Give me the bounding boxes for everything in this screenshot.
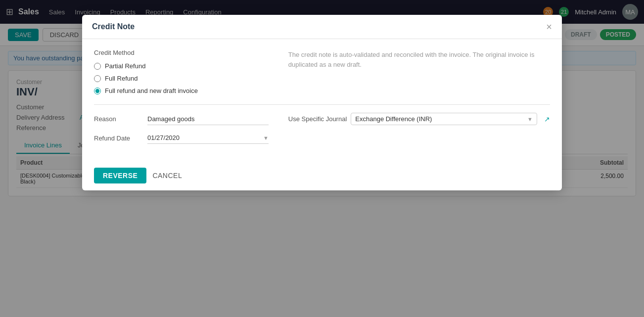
modal-title: Credit Note [92,22,135,31]
reason-input[interactable] [147,113,269,125]
cancel-button[interactable]: CANCEL [152,172,182,180]
radio-full-label: Full Refund [105,75,138,82]
refund-date-input[interactable] [147,132,263,143]
radio-partial-refund[interactable]: Partial Refund [94,62,269,70]
journal-select-value: Exchange Difference (INR) [355,115,527,123]
credit-method-label: Credit Method [94,49,269,56]
journal-label: Use Specific Journal [288,115,347,123]
radio-full-refund[interactable]: Full Refund [94,75,269,82]
journal-external-link-icon[interactable]: ↗ [544,115,550,123]
modal-body: Credit Method Partial Refund Full Refund [82,39,562,161]
radio-group: Partial Refund Full Refund Full refund a… [94,62,269,94]
radio-full-draft-label: Full refund and new draft invoice [105,87,198,94]
reason-field: Reason [94,113,269,125]
refund-date-field: Refund Date ▼ [94,132,269,144]
modal-footer: REVERSE CANCEL [82,161,562,190]
modal-section-top: Credit Method Partial Refund Full Refund [94,49,550,94]
date-input-wrap: ▼ [147,132,269,144]
journal-dropdown-icon: ▼ [527,116,533,122]
radio-full-draft-input[interactable] [94,88,101,94]
reverse-button[interactable]: REVERSE [94,168,146,183]
modal-close-button[interactable]: × [546,22,552,32]
credit-info-text: The credit note is auto-validated and re… [288,51,535,68]
journal-field: Use Specific Journal Exchange Difference… [288,113,550,125]
modal-header: Credit Note × [82,15,562,39]
date-dropdown-icon: ▼ [263,135,269,141]
credit-method-section: Credit Method Partial Refund Full Refund [94,49,269,94]
modal-divider [94,104,550,105]
radio-partial-refund-input[interactable] [94,63,101,70]
reason-label: Reason [94,115,143,123]
journal-select[interactable]: Exchange Difference (INR) ▼ [351,113,537,125]
credit-info-section: The credit note is auto-validated and re… [288,49,550,94]
credit-note-modal: Credit Note × Credit Method Partial Refu… [82,15,562,190]
modal-form-row-1: Reason Use Specific Journal Exchange Dif… [94,113,550,125]
refund-date-label: Refund Date [94,135,143,142]
radio-full-draft[interactable]: Full refund and new draft invoice [94,87,269,94]
journal-placeholder-field [288,132,550,144]
radio-partial-label: Partial Refund [105,62,145,70]
radio-full-refund-input[interactable] [94,75,101,82]
modal-overlay: Credit Note × Credit Method Partial Refu… [0,0,644,317]
modal-form-row-2: Refund Date ▼ [94,132,550,144]
